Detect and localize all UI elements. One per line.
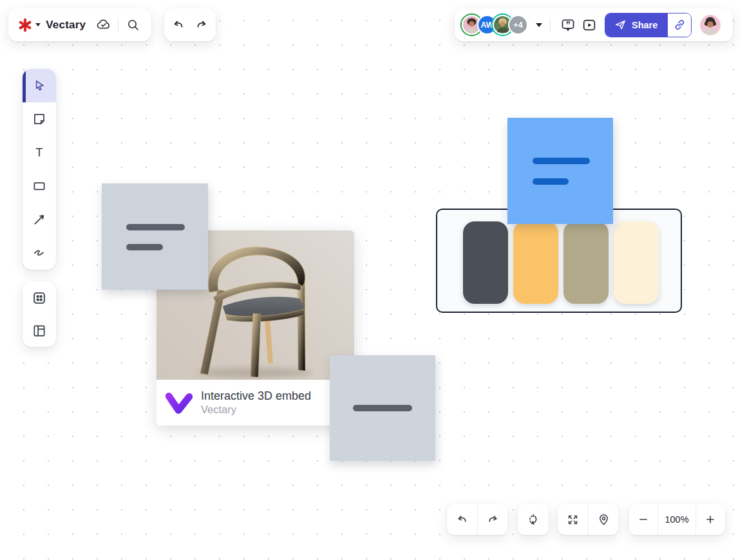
note-text-line (126, 244, 163, 250)
collaborator-overflow-badge[interactable]: +4 (508, 15, 528, 35)
rectangle-shape-icon (32, 178, 47, 194)
app-bar: Vectary (8, 8, 151, 41)
panel-components[interactable] (23, 281, 56, 314)
expand-fullscreen-icon (566, 513, 580, 527)
palette-swatch-1[interactable] (463, 221, 508, 304)
panel-layouts[interactable] (23, 314, 56, 347)
undo-button[interactable] (169, 16, 187, 34)
undo-icon (455, 513, 469, 527)
sticky-note-icon (32, 111, 47, 127)
play-video-icon (582, 17, 597, 33)
scribble-draw-icon (32, 245, 47, 261)
palette-swatch-2[interactable] (513, 221, 558, 304)
share-button-label: Share (632, 20, 657, 30)
share-split-button: Share (605, 13, 692, 37)
view-tools-bar (558, 504, 618, 535)
note-text-line (533, 178, 569, 185)
note-text-line (533, 158, 590, 164)
palette-swatch-4[interactable] (614, 221, 659, 304)
presentation-button[interactable] (580, 16, 598, 34)
redo-icon (486, 513, 500, 527)
cloud-sync-button[interactable] (95, 16, 111, 34)
profile-photo-icon (700, 15, 721, 35)
comment-icon: ” (560, 17, 576, 33)
zoom-in-button[interactable] (696, 504, 724, 535)
search-icon (126, 18, 140, 32)
active-tool-indicator (23, 69, 26, 102)
minus-icon (638, 514, 649, 525)
history-bar (164, 8, 216, 41)
tool-text[interactable]: T (23, 136, 56, 169)
avatar-stack[interactable]: AW +4 (462, 15, 528, 35)
zoom-bar: 100% (629, 504, 725, 535)
workspace-menu-caret[interactable] (35, 23, 41, 26)
plus-icon (704, 514, 716, 525)
cursor-select-icon (32, 78, 47, 93)
tool-select[interactable] (23, 69, 56, 102)
note-text-line (353, 405, 412, 411)
tool-arrow[interactable] (23, 203, 56, 236)
cloud-check-icon (96, 17, 111, 32)
asterisk-logo-icon (18, 18, 32, 32)
tool-draw[interactable] (23, 236, 56, 270)
sticky-note-gray-1[interactable] (102, 183, 208, 290)
panels-toolbar (23, 281, 56, 347)
tool-shape[interactable] (23, 169, 56, 203)
vectary-logo[interactable] (18, 16, 32, 34)
embed-card-subtitle: Vectary (201, 403, 311, 416)
header-divider (550, 18, 551, 32)
fit-to-screen-button[interactable] (558, 504, 588, 535)
header-divider (118, 18, 118, 32)
embed-card-text: Interactive 3D embed Vectary (201, 389, 311, 416)
search-button[interactable] (125, 16, 142, 34)
sticky-note-gray-2[interactable] (330, 355, 435, 461)
paper-plane-icon (614, 19, 627, 31)
undo-icon (171, 18, 185, 32)
color-palette-frame[interactable] (436, 209, 682, 313)
reset-view-bar (518, 504, 549, 535)
redo-button[interactable] (193, 16, 211, 34)
palette-swatch-3[interactable] (563, 221, 609, 304)
note-text-line (126, 224, 185, 230)
embed-card-title: Interactive 3D embed (201, 389, 311, 404)
tools-toolbar: T (23, 69, 56, 270)
comments-button[interactable]: ” (559, 16, 577, 34)
canvas-undo-button[interactable] (447, 504, 477, 535)
text-tool-icon: T (32, 145, 47, 160)
reset-rotation-icon (526, 513, 540, 527)
zoom-level-display[interactable]: 100% (657, 504, 696, 535)
copy-link-button[interactable] (668, 14, 691, 37)
canvas-redo-button[interactable] (477, 504, 507, 535)
vectary-v-logo-icon (165, 391, 193, 415)
link-icon (673, 18, 686, 32)
user-profile-avatar[interactable] (700, 15, 721, 35)
svg-text:”: ” (565, 19, 570, 29)
collab-bar: AW +4 ” (455, 8, 733, 41)
map-pin-button[interactable] (588, 504, 618, 535)
reset-view-button[interactable] (518, 504, 548, 535)
arrow-tool-icon (32, 212, 47, 227)
embed-card-footer: Interactive 3D embed Vectary (156, 380, 354, 425)
layout-frame-icon (32, 323, 47, 339)
components-grid-icon (32, 290, 47, 306)
canvas-history-bar (447, 504, 507, 535)
location-pin-icon (597, 513, 610, 527)
tool-sticky-note[interactable] (23, 102, 56, 136)
redo-icon (194, 18, 209, 32)
svg-text:T: T (35, 145, 43, 159)
app-title: Vectary (46, 19, 86, 32)
share-button[interactable]: Share (605, 14, 668, 37)
sticky-note-blue[interactable] (507, 118, 613, 224)
zoom-out-button[interactable] (629, 504, 657, 535)
collaborators-caret[interactable] (536, 23, 542, 27)
